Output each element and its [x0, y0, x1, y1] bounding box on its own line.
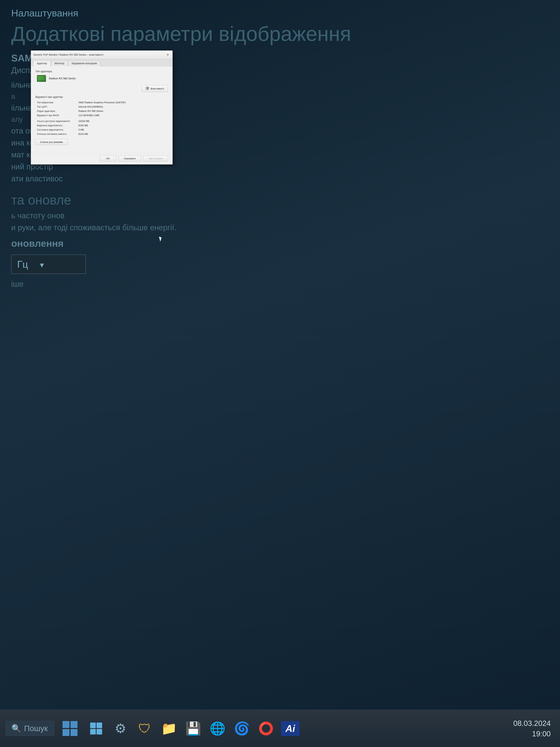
dialog-tab-bar: Адаптер Монітор Керування кольором — [31, 59, 172, 66]
chipset-value: AMD Radeon Graphics Processor (0x67DF) — [78, 101, 168, 104]
properties-button[interactable]: Властивості — [142, 85, 168, 92]
dac-value: Internal DAC(400MHz) — [78, 105, 168, 108]
cancel-button[interactable]: Скасувати — [118, 156, 141, 161]
dac-label: Тип ЦАП: — [35, 105, 78, 108]
system-memory-label: Системна відеопам'ять: — [35, 128, 78, 131]
ok-button[interactable]: ОК — [100, 156, 116, 161]
search-text: Пошук — [24, 724, 48, 733]
adapter-type-label: Тип адаптера — [35, 70, 168, 73]
dialog-title: Generic PnP Monitor і Radeon RX 580 Seri… — [33, 53, 165, 56]
shared-memory-row: Спільна системна пам'ять: 8142 МБ — [35, 133, 168, 135]
search-icon: 🔍 — [11, 724, 21, 733]
rate-section: оновлення — [11, 238, 351, 249]
total-memory-value: 16334 МБ — [78, 120, 168, 123]
dialog-close-button[interactable]: ✕ — [165, 52, 170, 57]
refresh-section: та оновле — [11, 192, 351, 207]
adapter-row: Radeon RX 580 Series — [35, 75, 168, 82]
main-title: Додаткові параметри відображення — [11, 22, 351, 45]
bios-value: 113-4E353BU-O6B — [78, 114, 168, 117]
globe-icon: 🌐 — [210, 721, 225, 736]
taskbar: 🔍 Пошук ⚙ 🛡 📁 💾 — [0, 710, 560, 747]
gpu-icon — [37, 75, 46, 82]
task-view-icon — [90, 723, 102, 735]
clock-date: 08.03.2024 — [513, 718, 551, 728]
ai-app-button[interactable]: Ai — [280, 718, 300, 739]
adapter-info-section: Відомості про адаптер Тип мікросхем: AMD… — [35, 96, 168, 135]
windows-logo-icon — [62, 721, 77, 736]
apply-button[interactable]: Застосувати — [143, 156, 168, 161]
settings-button[interactable]: ⚙ — [110, 718, 131, 739]
settings-icon: ⚙ — [115, 721, 126, 736]
dialog-footer: ОК Скасувати Застосувати — [31, 153, 172, 164]
dedicated-memory-label: Виділена відеопам'ять: — [35, 124, 78, 127]
shared-memory-label: Спільна системна пам'ять: — [35, 133, 78, 135]
chipset-label: Тип мікросхем: — [35, 101, 78, 104]
taskbar-clock: 08.03.2024 19:00 — [513, 718, 551, 739]
total-memory-row: Усього доступно відеопам'яті: 16334 МБ — [35, 120, 168, 123]
taskbar-app-icons: ⚙ 🛡 📁 💾 🌐 🌀 ⭕ Ai — [60, 718, 513, 739]
folder-icon: 📁 — [161, 721, 177, 736]
taskbar-search[interactable]: 🔍 Пошук — [6, 721, 54, 736]
adapter-info-label: Відомості про адаптер — [35, 96, 168, 98]
freq-label: ь частоту онов — [11, 211, 351, 220]
dedicated-memory-value: 8192 МБ — [78, 124, 168, 127]
system-memory-value: 0 МБ — [78, 128, 168, 131]
adapter-name: Radeon RX 580 Series — [49, 77, 76, 80]
adapter-string-label: Рядок адаптера: — [35, 110, 78, 112]
dac-row: Тип ЦАП: Internal DAC(400MHz) — [35, 105, 168, 108]
total-memory-label: Усього доступно відеопам'яті: — [35, 120, 78, 123]
save-button[interactable]: 💾 — [183, 718, 204, 739]
save-icon: 💾 — [185, 721, 201, 736]
system-memory-row: Системна відеопам'ять: 0 МБ — [35, 128, 168, 131]
file-manager-button[interactable]: 🛡 — [134, 718, 155, 739]
shield-icon — [145, 86, 149, 91]
adapter-string-value: Radeon RX 580 Series — [78, 110, 168, 112]
adapter-info-table: Тип мікросхем: AMD Radeon Graphics Proce… — [35, 101, 168, 135]
settings-label: Налаштування — [11, 7, 351, 19]
opera-button[interactable]: ⭕ — [256, 718, 276, 739]
properties-dialog: Generic PnP Monitor і Radeon RX 580 Seri… — [31, 50, 173, 164]
edge-button[interactable]: 🌀 — [232, 718, 252, 739]
ai-icon: Ai — [281, 721, 300, 736]
bios-row: Відомості про BIOS: 113-4E353BU-O6B — [35, 114, 168, 117]
browser-button[interactable]: 🌐 — [207, 718, 228, 739]
props-label: ати властивос — [11, 174, 351, 183]
tab-adapter[interactable]: Адаптер — [33, 60, 51, 66]
adapter-type-section: Тип адаптера Radeon RX 580 Series — [35, 70, 168, 82]
tab-monitor[interactable]: Монітор — [51, 60, 68, 66]
clock-time: 19:00 — [513, 728, 551, 739]
more-label: іше — [11, 280, 351, 288]
bios-label: Відомості про BIOS: — [35, 114, 78, 117]
list-modes-button[interactable]: Список усіх режимів — [35, 139, 68, 145]
task-view-button[interactable] — [86, 718, 106, 739]
properties-button-label: Властивості — [151, 87, 164, 90]
chipset-row: Тип мікросхем: AMD Radeon Graphics Proce… — [35, 101, 168, 104]
dropdown-value: Гц — [17, 259, 28, 270]
dialog-titlebar: Generic PnP Monitor і Radeon RX 580 Seri… — [31, 51, 172, 59]
start-menu-button[interactable] — [60, 718, 80, 739]
folder-button[interactable]: 📁 — [159, 718, 179, 739]
properties-btn-row: Властивості — [35, 85, 168, 92]
dialog-content: Тип адаптера Radeon RX 580 Series Власти… — [31, 66, 172, 153]
refresh-rate-dropdown[interactable]: Гц ▾ — [11, 255, 86, 274]
edge-icon: 🌀 — [234, 721, 250, 736]
adapter-string-row: Рядок адаптера: Radeon RX 580 Series — [35, 110, 168, 112]
opera-icon: ⭕ — [258, 721, 274, 736]
dedicated-memory-row: Виділена відеопам'ять: 8192 МБ — [35, 124, 168, 127]
tab-color-management[interactable]: Керування кольором — [68, 60, 101, 66]
file-manager-icon: 🛡 — [138, 721, 151, 736]
freq-desc: и руки, але тоді споживається більше ене… — [11, 223, 351, 232]
shared-memory-value: 8142 МБ — [78, 133, 168, 135]
system-tray: 08.03.2024 19:00 — [513, 718, 554, 739]
